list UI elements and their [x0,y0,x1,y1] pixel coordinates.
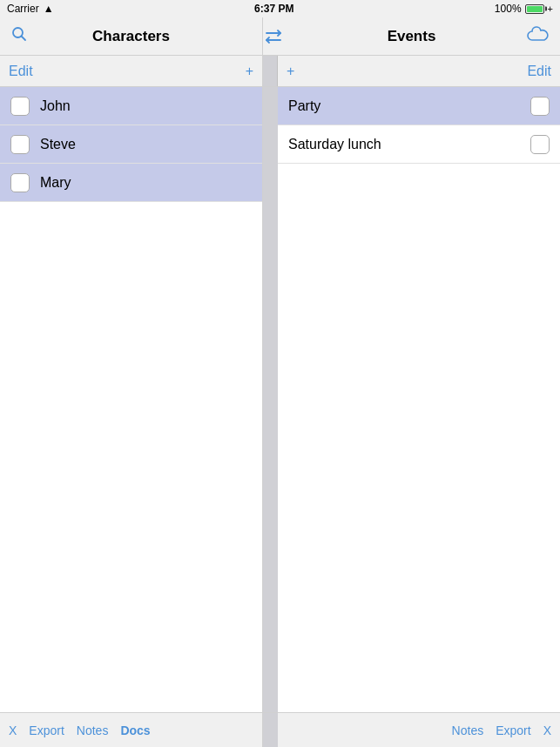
checkbox-party[interactable] [530,97,550,116]
character-name-mary: Mary [40,175,71,191]
event-name-saturday-lunch: Saturday lunch [288,137,381,152]
right-toolbar: + Edit [278,56,560,86]
characters-header: Characters [0,17,263,55]
bottom-left: X Export Notes Docs [0,713,263,747]
checkbox-mary[interactable] [10,173,30,192]
docs-button[interactable]: Docs [120,723,150,737]
notes-button-left[interactable]: Notes [77,723,109,737]
bottom-divider [263,713,278,747]
close-button-left[interactable]: X [9,723,17,737]
event-name-party: Party [288,98,320,114]
charging-icon: + [548,3,553,14]
panel-divider [263,87,278,712]
bottom-bar: X Export Notes Docs Notes Export X [0,712,560,747]
transfer-icon[interactable] [263,26,284,47]
checkbox-saturday-lunch[interactable] [530,135,550,154]
checkbox-steve[interactable] [10,135,30,154]
list-item[interactable]: John [0,87,262,125]
main-content: John Steve Mary Party Saturday lunch [0,87,560,712]
checkbox-john[interactable] [10,97,30,116]
export-button-left[interactable]: Export [29,723,64,737]
list-item[interactable]: Saturday lunch [278,125,560,164]
wifi-icon: ▲ [44,3,54,15]
cloud-icon[interactable] [527,26,550,46]
character-name-john: John [40,98,71,114]
left-toolbar: Edit + [0,56,263,86]
status-right: 100% + [495,3,553,15]
notes-button-right[interactable]: Notes [452,723,484,737]
export-button-right[interactable]: Export [496,723,530,737]
list-item[interactable]: Steve [0,125,262,164]
battery-icon [525,4,544,14]
characters-title: Characters [92,28,170,45]
events-title: Events [388,28,436,45]
svg-line-1 [22,37,26,41]
characters-panel: John Steve Mary [0,87,263,712]
bottom-right: Notes Export X [278,713,560,747]
time-label: 6:37 PM [254,3,293,15]
events-panel: Party Saturday lunch [278,87,560,712]
battery-percent: 100% [495,3,522,15]
carrier-label: Carrier [7,3,39,15]
events-header: Events [263,17,560,55]
status-left: Carrier ▲ [7,3,54,15]
search-icon[interactable] [10,25,28,47]
left-add-button[interactable]: + [246,64,253,79]
character-name-steve: Steve [40,137,76,152]
status-bar: Carrier ▲ 6:37 PM 100% + [0,0,560,17]
right-edit-button[interactable]: Edit [527,64,551,79]
right-add-button[interactable]: + [287,64,294,79]
close-button-right[interactable]: X [543,723,551,737]
toolbar-divider [263,56,278,86]
header: Characters Events [0,17,560,56]
left-edit-button[interactable]: Edit [9,64,33,79]
list-item[interactable]: Mary [0,164,262,202]
list-item[interactable]: Party [278,87,560,125]
toolbar-row: Edit + + Edit [0,56,560,87]
